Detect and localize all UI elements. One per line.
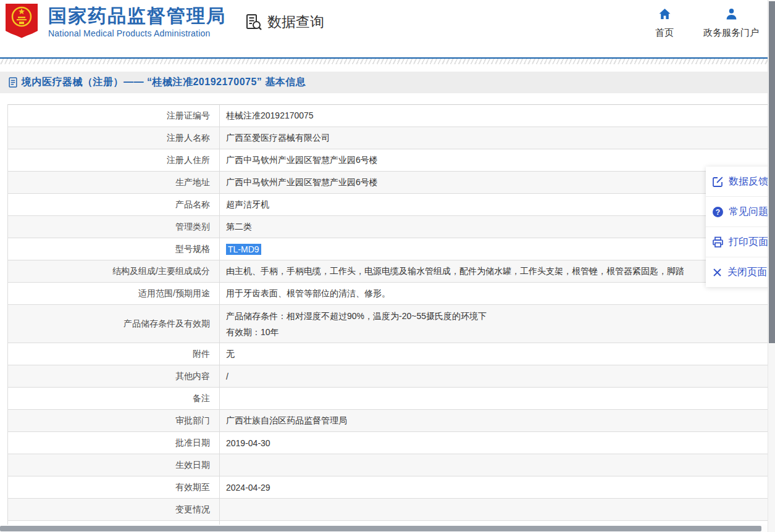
vertical-scrollbar-thumb[interactable] [769, 1, 775, 343]
menu-item-close[interactable]: 关闭页面 [706, 257, 775, 287]
field-label: 结构及组成/主要组成成分 [8, 260, 220, 282]
field-label: 审批部门 [8, 410, 220, 431]
field-label: 有效期至 [8, 476, 220, 498]
national-emblem-icon [5, 3, 38, 38]
field-label: 注册人名称 [8, 127, 220, 149]
field-value: 无 [220, 343, 768, 365]
info-table: 注册证编号桂械注准20192170075注册人名称广西至爱医疗器械有限公司注册人… [7, 104, 768, 532]
menu-item-label: 打印页面 [729, 236, 768, 249]
field-value [220, 388, 768, 409]
field-label: 产品名称 [8, 194, 220, 215]
header: 国家药品监督管理局 National Medical Products Admi… [0, 0, 775, 57]
table-row: 产品储存条件及有效期产品储存条件：相对湿度不超过90%，温度为-20~55摄氏度… [8, 305, 768, 343]
data-query-link[interactable]: 数据查询 [245, 12, 324, 31]
document-icon [9, 77, 17, 88]
field-value: 桂械注准20192170075 [220, 105, 768, 127]
field-value [220, 454, 768, 476]
table-row: 有效期至2024-04-29 [8, 476, 768, 499]
horizontal-scrollbar[interactable] [0, 525, 768, 532]
table-row: 结构及组成/主要组成成分由主机、手柄，手柄电缆，工作头，电源电缆及输水管组成，配… [8, 260, 768, 283]
question-icon: ? [712, 206, 724, 218]
field-label: 注册证编号 [8, 105, 220, 127]
menu-item-label: 数据反馈 [729, 175, 768, 188]
table-row: 其他内容/ [8, 365, 768, 388]
nav-portal[interactable]: 政务服务门户 [697, 8, 766, 39]
table-row: 附件无 [8, 343, 768, 365]
field-label: 备注 [8, 388, 220, 409]
field-value: 第二类 [220, 216, 768, 238]
field-label: 管理类别 [8, 216, 220, 238]
field-value: TL-MD9 [220, 238, 768, 260]
field-label: 其他内容 [8, 365, 220, 387]
breadcrumb: 境内医疗器械（注册）—— “桂械注准20192170075” 基本信息 [0, 72, 775, 93]
table-row: 备注 [8, 388, 768, 410]
site-subtitle: National Medical Products Administration [48, 28, 226, 38]
nav-home-label: 首页 [646, 27, 683, 39]
field-label: 型号规格 [8, 238, 220, 260]
field-label: 产品储存条件及有效期 [8, 305, 220, 343]
table-row: 注册证编号桂械注准20192170075 [8, 105, 768, 127]
field-value: 用于牙齿表面、根管等部位的清洁、修形。 [220, 283, 768, 304]
table-row: 产品名称超声洁牙机 [8, 194, 768, 216]
nmpa-emblem-logo[interactable] [5, 3, 38, 41]
print-icon [712, 236, 724, 248]
field-value: 广西壮族自治区药品监督管理局 [220, 410, 768, 431]
field-label: 生产地址 [8, 172, 220, 193]
striped-band [0, 59, 775, 64]
close-icon [712, 267, 723, 278]
horizontal-scrollbar-thumb[interactable] [0, 526, 761, 531]
page: 国家药品监督管理局 National Medical Products Admi… [0, 0, 775, 532]
field-value: 超声洁牙机 [220, 194, 768, 215]
field-value-line: 产品储存条件：相对湿度不超过90%，温度为-20~55摄氏度的环境下 [226, 308, 487, 324]
field-value: 广西至爱医疗器械有限公司 [220, 127, 768, 149]
table-row: 生产地址广西中马钦州产业园区智慧产业园6号楼 [8, 172, 768, 194]
field-value: / [220, 365, 768, 387]
table-row: 注册人住所广西中马钦州产业园区智慧产业园6号楼 [8, 149, 768, 172]
site-title-block[interactable]: 国家药品监督管理局 National Medical Products Admi… [48, 6, 226, 38]
field-label: 适用范围/预期用途 [8, 283, 220, 304]
field-label: 注册人住所 [8, 149, 220, 171]
field-value: 产品储存条件：相对湿度不超过90%，温度为-20~55摄氏度的环境下有效期：10… [220, 305, 768, 343]
vertical-scrollbar[interactable] [768, 0, 775, 532]
menu-item-print[interactable]: 打印页面 [706, 227, 775, 257]
table-row: 型号规格TL-MD9 [8, 238, 768, 260]
menu-item-label: 常见问题 [729, 206, 768, 218]
menu-item-label: 关闭页面 [727, 266, 767, 279]
field-label: 变更情况 [8, 499, 220, 520]
floating-tools-menu: 数据反馈 ? 常见问题 打印页面 [706, 167, 775, 287]
field-label: 生效日期 [8, 454, 220, 476]
field-value-line: 有效期：10年 [226, 324, 279, 340]
field-value: 广西中马钦州产业园区智慧产业园6号楼 [220, 172, 768, 193]
nav-portal-label: 政务服务门户 [697, 27, 766, 39]
menu-item-faq[interactable]: ? 常见问题 [706, 197, 775, 227]
table-row: 批准日期2019-04-30 [8, 432, 768, 454]
menu-item-feedback[interactable]: 数据反馈 [706, 167, 775, 197]
field-value: 由主机、手柄，手柄电缆，工作头，电源电缆及输水管组成，配件为储水罐，工作头支架，… [220, 260, 768, 282]
document-search-icon [245, 13, 263, 31]
table-row: 审批部门广西壮族自治区药品监督管理局 [8, 410, 768, 432]
section-title: 数据查询 [267, 12, 324, 31]
svg-text:?: ? [716, 207, 720, 216]
table-row: 管理类别第二类 [8, 216, 768, 238]
feedback-icon [712, 176, 724, 188]
site-title: 国家药品监督管理局 [48, 6, 226, 27]
user-icon [725, 8, 738, 20]
table-row: 变更情况 [8, 499, 768, 521]
table-row: 适用范围/预期用途用于牙齿表面、根管等部位的清洁、修形。 [8, 283, 768, 305]
table-row: 注册人名称广西至爱医疗器械有限公司 [8, 127, 768, 149]
table-row: 生效日期 [8, 454, 768, 476]
nav-home[interactable]: 首页 [646, 8, 683, 39]
field-label: 附件 [8, 343, 220, 365]
field-value: 广西中马钦州产业园区智慧产业园6号楼 [220, 149, 768, 171]
selected-text: TL-MD9 [226, 244, 261, 255]
field-value [220, 499, 768, 520]
field-label: 批准日期 [8, 432, 220, 454]
field-value: 2019-04-30 [220, 432, 768, 454]
home-icon [658, 8, 671, 20]
page-title: 境内医疗器械（注册）—— “桂械注准20192170075” 基本信息 [22, 76, 306, 89]
field-value: 2024-04-29 [220, 476, 768, 498]
